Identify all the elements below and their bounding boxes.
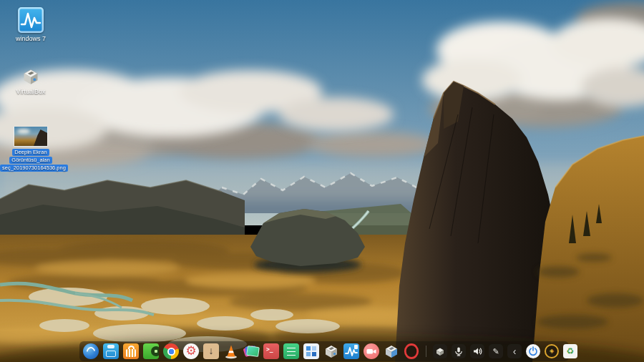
pen-input-icon[interactable]: ✎ [489,344,503,358]
text-editor-icon[interactable] [283,343,299,359]
filename-line-3: seç_20190730164536.png [0,165,68,172]
gear-icon: ⚙ [185,344,196,358]
control-center-icon[interactable]: ⚙ [183,343,199,359]
system-monitor-icon[interactable] [343,343,359,359]
app-store-icon[interactable] [123,343,139,359]
boot-maker-icon[interactable] [384,343,399,359]
down-arrow-icon: ↓ [209,345,214,356]
desktop-icon-screenshot-file[interactable]: Deepin Ekran Görüntüsü_alan seç_20190730… [0,126,62,172]
prompt-glyph: >_ [266,346,273,353]
power-button[interactable] [526,344,540,358]
image-thumbnail [14,126,48,147]
dock: ⚙ ↓ >_ [79,341,569,361]
file-manager-icon[interactable] [103,343,119,359]
filename-line-1: Deepin Ekran [12,149,49,156]
photo-layer [246,346,260,357]
tray-app-icon[interactable] [433,344,447,358]
volume-icon[interactable] [470,344,484,358]
virtualbox-icon[interactable] [323,343,339,359]
filename-label: Deepin Ekran Görüntüsü_alan seç_20190730… [0,148,62,172]
indicator-glyph: ◈ [550,348,554,354]
microphone-icon[interactable] [452,344,466,358]
chrome-icon[interactable] [163,343,179,359]
package-installer-icon[interactable]: ↓ [203,343,219,359]
desktop: windows 7 VirtualBox Deepin Ekran Görünt… [0,0,644,362]
keyboard-indicator-icon[interactable]: ◈ [545,344,559,358]
desktop-icon-label: VirtualBox [0,88,62,95]
vm-pulse-icon [18,7,44,33]
desktop-icon-virtualbox[interactable]: VirtualBox [0,67,62,95]
dock-separator [426,346,426,357]
desktop-icon-windows7-vm[interactable]: windows 7 [0,7,62,42]
vlc-icon[interactable] [223,343,239,359]
chevron-left-glyph: ‹ [513,346,517,356]
calculator-icon[interactable] [303,343,319,359]
tray-collapse-chevron-icon[interactable]: ‹ [507,344,522,358]
filename-line-2: Görüntüsü_alan [9,157,52,164]
wallpaper-image [0,0,644,362]
image-viewer-icon[interactable] [243,343,259,359]
music-app-icon[interactable] [143,343,159,359]
desktop-icon-label: windows 7 [0,35,62,42]
recycle-glyph: ♻ [567,346,575,356]
pen-glyph: ✎ [492,347,499,356]
terminal-icon[interactable]: >_ [263,343,279,359]
screen-recorder-icon[interactable] [364,343,379,359]
launcher-icon[interactable] [83,343,99,359]
opera-icon[interactable] [404,343,419,359]
3d-box-icon [21,67,41,86]
trash-icon[interactable]: ♻ [563,344,577,358]
